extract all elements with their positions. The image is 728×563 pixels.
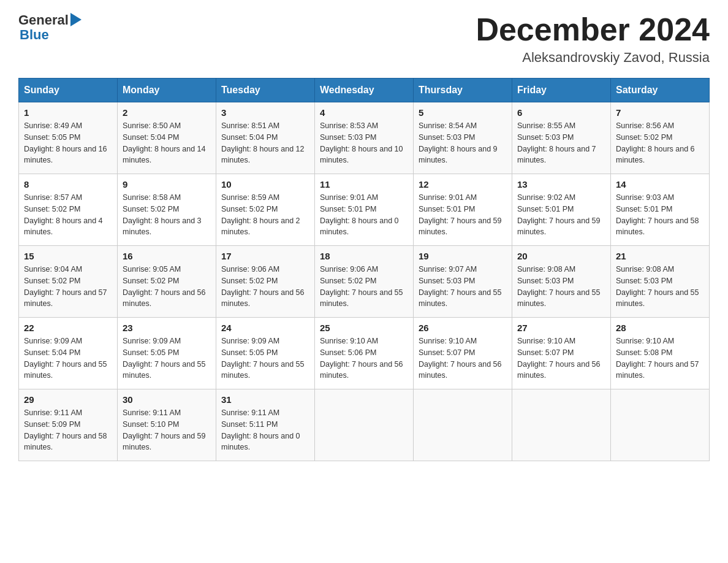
- calendar-cell: [315, 389, 414, 461]
- day-info: Sunrise: 8:56 AMSunset: 5:02 PMDaylight:…: [616, 120, 704, 166]
- day-info: Sunrise: 9:10 AMSunset: 5:07 PMDaylight:…: [419, 335, 507, 381]
- day-number: 15: [24, 251, 112, 261]
- day-number: 20: [517, 251, 605, 261]
- day-number: 30: [123, 394, 211, 405]
- day-number: 28: [616, 323, 704, 333]
- day-number: 11: [320, 179, 408, 190]
- day-info: Sunrise: 9:08 AMSunset: 5:03 PMDaylight:…: [517, 264, 605, 310]
- day-info: Sunrise: 9:06 AMSunset: 5:02 PMDaylight:…: [221, 264, 309, 310]
- day-number: 29: [24, 394, 112, 405]
- calendar-header: SundayMondayTuesdayWednesdayThursdayFrid…: [19, 79, 710, 102]
- title-block: December 2024 Aleksandrovskiy Zavod, Rus…: [476, 12, 710, 66]
- location-title: Aleksandrovskiy Zavod, Russia: [476, 50, 710, 66]
- day-number: 5: [419, 107, 507, 118]
- header-day-wednesday: Wednesday: [315, 79, 414, 102]
- calendar-cell: 21 Sunrise: 9:08 AMSunset: 5:03 PMDaylig…: [611, 246, 710, 318]
- day-info: Sunrise: 9:03 AMSunset: 5:01 PMDaylight:…: [616, 192, 704, 238]
- calendar-cell: 7 Sunrise: 8:56 AMSunset: 5:02 PMDayligh…: [611, 102, 710, 174]
- day-info: Sunrise: 8:59 AMSunset: 5:02 PMDaylight:…: [221, 192, 309, 238]
- calendar-cell: 18 Sunrise: 9:06 AMSunset: 5:02 PMDaylig…: [315, 246, 414, 318]
- day-number: 1: [24, 107, 112, 118]
- logo-general-text: General: [18, 12, 69, 28]
- day-number: 10: [221, 179, 309, 190]
- week-row-3: 15 Sunrise: 9:04 AMSunset: 5:02 PMDaylig…: [19, 246, 710, 318]
- week-row-5: 29 Sunrise: 9:11 AMSunset: 5:09 PMDaylig…: [19, 389, 710, 461]
- day-number: 25: [320, 323, 408, 333]
- day-info: Sunrise: 9:01 AMSunset: 5:01 PMDaylight:…: [419, 192, 507, 238]
- day-info: Sunrise: 9:09 AMSunset: 5:04 PMDaylight:…: [24, 335, 112, 381]
- calendar-cell: 6 Sunrise: 8:55 AMSunset: 5:03 PMDayligh…: [512, 102, 611, 174]
- calendar-cell: 9 Sunrise: 8:58 AMSunset: 5:02 PMDayligh…: [118, 174, 216, 246]
- day-info: Sunrise: 9:06 AMSunset: 5:02 PMDaylight:…: [320, 264, 408, 310]
- calendar-cell: 13 Sunrise: 9:02 AMSunset: 5:01 PMDaylig…: [512, 174, 611, 246]
- day-number: 2: [123, 107, 211, 118]
- day-info: Sunrise: 9:09 AMSunset: 5:05 PMDaylight:…: [221, 335, 309, 381]
- calendar-cell: [512, 389, 611, 461]
- day-info: Sunrise: 8:51 AMSunset: 5:04 PMDaylight:…: [221, 120, 309, 166]
- calendar-cell: 16 Sunrise: 9:05 AMSunset: 5:02 PMDaylig…: [118, 246, 216, 318]
- day-info: Sunrise: 9:08 AMSunset: 5:03 PMDaylight:…: [616, 264, 704, 310]
- header-row: SundayMondayTuesdayWednesdayThursdayFrid…: [19, 79, 710, 102]
- day-number: 24: [221, 323, 309, 333]
- calendar-cell: 26 Sunrise: 9:10 AMSunset: 5:07 PMDaylig…: [414, 318, 512, 389]
- day-info: Sunrise: 9:10 AMSunset: 5:08 PMDaylight:…: [616, 335, 704, 381]
- calendar-cell: 30 Sunrise: 9:11 AMSunset: 5:10 PMDaylig…: [118, 389, 216, 461]
- day-number: 21: [616, 251, 704, 261]
- day-info: Sunrise: 8:53 AMSunset: 5:03 PMDaylight:…: [320, 120, 408, 166]
- day-number: 7: [616, 107, 704, 118]
- day-number: 8: [24, 179, 112, 190]
- day-number: 12: [419, 179, 507, 190]
- day-number: 16: [123, 251, 211, 261]
- day-number: 19: [419, 251, 507, 261]
- day-info: Sunrise: 9:07 AMSunset: 5:03 PMDaylight:…: [419, 264, 507, 310]
- day-number: 4: [320, 107, 408, 118]
- day-info: Sunrise: 9:11 AMSunset: 5:10 PMDaylight:…: [123, 407, 211, 453]
- week-row-1: 1 Sunrise: 8:49 AMSunset: 5:05 PMDayligh…: [19, 102, 710, 174]
- calendar-body: 1 Sunrise: 8:49 AMSunset: 5:05 PMDayligh…: [19, 102, 710, 461]
- calendar-cell: 11 Sunrise: 9:01 AMSunset: 5:01 PMDaylig…: [315, 174, 414, 246]
- header-day-tuesday: Tuesday: [216, 79, 315, 102]
- day-info: Sunrise: 8:55 AMSunset: 5:03 PMDaylight:…: [517, 120, 605, 166]
- calendar-cell: 5 Sunrise: 8:54 AMSunset: 5:03 PMDayligh…: [414, 102, 512, 174]
- day-info: Sunrise: 8:49 AMSunset: 5:05 PMDaylight:…: [24, 120, 112, 166]
- logo: General Blue: [18, 12, 82, 43]
- day-info: Sunrise: 9:09 AMSunset: 5:05 PMDaylight:…: [123, 335, 211, 381]
- week-row-4: 22 Sunrise: 9:09 AMSunset: 5:04 PMDaylig…: [19, 318, 710, 389]
- day-info: Sunrise: 9:02 AMSunset: 5:01 PMDaylight:…: [517, 192, 605, 238]
- calendar-cell: 1 Sunrise: 8:49 AMSunset: 5:05 PMDayligh…: [19, 102, 118, 174]
- calendar-cell: 29 Sunrise: 9:11 AMSunset: 5:09 PMDaylig…: [19, 389, 118, 461]
- calendar-cell: 12 Sunrise: 9:01 AMSunset: 5:01 PMDaylig…: [414, 174, 512, 246]
- calendar-cell: 25 Sunrise: 9:10 AMSunset: 5:06 PMDaylig…: [315, 318, 414, 389]
- day-info: Sunrise: 9:11 AMSunset: 5:09 PMDaylight:…: [24, 407, 112, 453]
- calendar-cell: [611, 389, 710, 461]
- calendar-cell: 14 Sunrise: 9:03 AMSunset: 5:01 PMDaylig…: [611, 174, 710, 246]
- day-info: Sunrise: 9:10 AMSunset: 5:06 PMDaylight:…: [320, 335, 408, 381]
- header-day-thursday: Thursday: [414, 79, 512, 102]
- calendar-cell: 24 Sunrise: 9:09 AMSunset: 5:05 PMDaylig…: [216, 318, 315, 389]
- calendar-cell: 8 Sunrise: 8:57 AMSunset: 5:02 PMDayligh…: [19, 174, 118, 246]
- page-header: General Blue December 2024 Aleksandrovsk…: [18, 12, 710, 66]
- day-number: 13: [517, 179, 605, 190]
- logo-triangle-icon: [70, 13, 82, 26]
- calendar-cell: 20 Sunrise: 9:08 AMSunset: 5:03 PMDaylig…: [512, 246, 611, 318]
- calendar-cell: 31 Sunrise: 9:11 AMSunset: 5:11 PMDaylig…: [216, 389, 315, 461]
- header-day-saturday: Saturday: [611, 79, 710, 102]
- day-number: 17: [221, 251, 309, 261]
- day-number: 22: [24, 323, 112, 333]
- day-info: Sunrise: 9:10 AMSunset: 5:07 PMDaylight:…: [517, 335, 605, 381]
- day-info: Sunrise: 9:01 AMSunset: 5:01 PMDaylight:…: [320, 192, 408, 238]
- day-number: 26: [419, 323, 507, 333]
- day-number: 31: [221, 394, 309, 405]
- header-day-friday: Friday: [512, 79, 611, 102]
- day-number: 6: [517, 107, 605, 118]
- calendar-cell: 4 Sunrise: 8:53 AMSunset: 5:03 PMDayligh…: [315, 102, 414, 174]
- day-number: 27: [517, 323, 605, 333]
- header-day-monday: Monday: [118, 79, 216, 102]
- header-day-sunday: Sunday: [19, 79, 118, 102]
- day-info: Sunrise: 9:04 AMSunset: 5:02 PMDaylight:…: [24, 264, 112, 310]
- day-info: Sunrise: 9:05 AMSunset: 5:02 PMDaylight:…: [123, 264, 211, 310]
- calendar-cell: 27 Sunrise: 9:10 AMSunset: 5:07 PMDaylig…: [512, 318, 611, 389]
- calendar-cell: [414, 389, 512, 461]
- calendar-cell: 17 Sunrise: 9:06 AMSunset: 5:02 PMDaylig…: [216, 246, 315, 318]
- svg-marker-0: [70, 13, 82, 26]
